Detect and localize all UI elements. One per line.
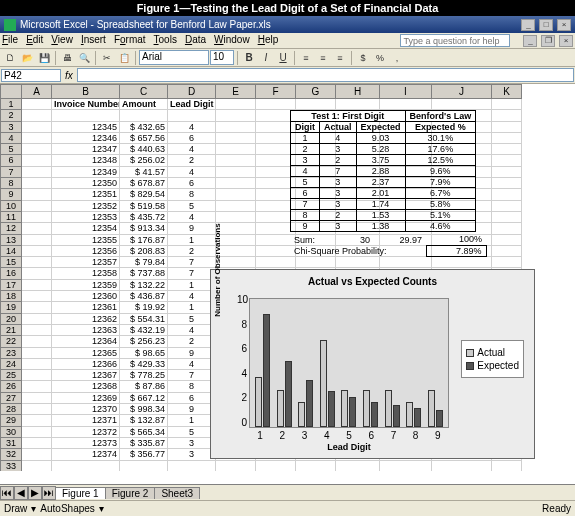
cell[interactable] — [22, 302, 52, 313]
cell[interactable] — [492, 155, 522, 166]
cell[interactable] — [216, 99, 256, 110]
cell[interactable]: $ 657.56 — [120, 133, 168, 144]
cell[interactable]: 4 — [168, 144, 216, 155]
menu-edit[interactable]: Edit — [26, 34, 43, 47]
close-button[interactable]: × — [557, 19, 571, 31]
cell[interactable]: 12369 — [52, 393, 120, 404]
cell[interactable] — [22, 167, 52, 178]
cell[interactable] — [168, 110, 216, 121]
cell[interactable] — [492, 223, 522, 234]
autoshapes-menu[interactable]: AutoShapes — [40, 503, 95, 514]
italic-icon[interactable]: I — [258, 50, 274, 66]
cell[interactable]: $ 565.34 — [120, 427, 168, 438]
menu-data[interactable]: Data — [185, 34, 206, 47]
menu-window[interactable]: Window — [214, 34, 250, 47]
copy-icon[interactable]: 📋 — [116, 50, 132, 66]
menu-insert[interactable]: Insert — [81, 34, 106, 47]
cell[interactable]: 12365 — [52, 348, 120, 359]
cell[interactable]: 12357 — [52, 257, 120, 268]
doc-close-button[interactable]: × — [559, 35, 573, 47]
cell[interactable] — [22, 99, 52, 110]
cell[interactable] — [380, 461, 432, 472]
col-header-J[interactable]: J — [432, 84, 492, 99]
cell[interactable]: 5 — [168, 201, 216, 212]
cell[interactable]: 12355 — [52, 235, 120, 246]
cell[interactable]: 6 — [168, 393, 216, 404]
row-header[interactable]: 12 — [0, 223, 22, 234]
cell[interactable] — [22, 438, 52, 449]
col-header-D[interactable]: D — [168, 84, 216, 99]
row-header[interactable]: 29 — [0, 415, 22, 426]
cell[interactable]: $ 829.54 — [120, 189, 168, 200]
cell[interactable] — [492, 167, 522, 178]
cell[interactable]: 7 — [168, 370, 216, 381]
cell[interactable] — [22, 257, 52, 268]
cell[interactable]: 2 — [168, 246, 216, 257]
cell[interactable] — [380, 99, 432, 110]
cell[interactable]: 2 — [168, 155, 216, 166]
cell[interactable] — [22, 348, 52, 359]
cell[interactable]: 12353 — [52, 212, 120, 223]
cell[interactable] — [22, 370, 52, 381]
cell[interactable]: 5 — [168, 314, 216, 325]
cell[interactable]: 12360 — [52, 291, 120, 302]
cell[interactable] — [296, 461, 336, 472]
cell[interactable] — [22, 449, 52, 460]
cell[interactable]: 9 — [168, 404, 216, 415]
font-size-select[interactable]: 10 — [210, 50, 234, 65]
doc-minimize-button[interactable]: _ — [523, 35, 537, 47]
row-header[interactable]: 16 — [0, 268, 22, 279]
tab-last-icon[interactable]: ⏭ — [42, 486, 56, 500]
cell[interactable] — [52, 110, 120, 121]
row-header[interactable]: 25 — [0, 370, 22, 381]
cell[interactable]: 12359 — [52, 280, 120, 291]
cell[interactable] — [22, 280, 52, 291]
row-header[interactable]: 6 — [0, 155, 22, 166]
cell[interactable]: $ 678.87 — [120, 178, 168, 189]
cell[interactable] — [256, 99, 296, 110]
cell[interactable]: 12363 — [52, 325, 120, 336]
menu-format[interactable]: Format — [114, 34, 146, 47]
cell[interactable] — [492, 110, 522, 121]
draw-menu[interactable]: Draw — [4, 503, 27, 514]
row-header[interactable]: 11 — [0, 212, 22, 223]
row-header[interactable]: 5 — [0, 144, 22, 155]
cell[interactable] — [22, 201, 52, 212]
cell[interactable]: 6 — [168, 178, 216, 189]
menu-help[interactable]: Help — [258, 34, 279, 47]
minimize-button[interactable]: _ — [521, 19, 535, 31]
cell[interactable] — [22, 144, 52, 155]
select-all-corner[interactable] — [0, 84, 22, 99]
cell[interactable] — [22, 359, 52, 370]
row-header[interactable]: 1 — [0, 99, 22, 110]
col-header-C[interactable]: C — [120, 84, 168, 99]
cell[interactable]: 12349 — [52, 167, 120, 178]
cell[interactable] — [22, 189, 52, 200]
row-header[interactable]: 19 — [0, 302, 22, 313]
cell[interactable] — [492, 246, 522, 257]
cell[interactable]: 3 — [168, 438, 216, 449]
cell[interactable] — [22, 291, 52, 302]
cell[interactable]: 12372 — [52, 427, 120, 438]
cell[interactable] — [22, 110, 52, 121]
cell[interactable]: 4 — [168, 122, 216, 133]
cell[interactable] — [22, 155, 52, 166]
cell[interactable]: $ 256.02 — [120, 155, 168, 166]
preview-icon[interactable]: 🔍 — [76, 50, 92, 66]
maximize-button[interactable]: □ — [539, 19, 553, 31]
cell[interactable] — [216, 155, 256, 166]
cell[interactable] — [256, 461, 296, 472]
cell[interactable] — [22, 393, 52, 404]
row-header[interactable]: 30 — [0, 427, 22, 438]
cell[interactable]: 8 — [168, 381, 216, 392]
cell[interactable] — [216, 167, 256, 178]
cell[interactable] — [492, 144, 522, 155]
cell[interactable]: $ 19.92 — [120, 302, 168, 313]
cell[interactable] — [168, 461, 216, 472]
cell[interactable] — [492, 122, 522, 133]
row-header[interactable]: 28 — [0, 404, 22, 415]
cell[interactable]: 1 — [168, 302, 216, 313]
menu-tools[interactable]: Tools — [154, 34, 177, 47]
cell[interactable]: 1 — [168, 235, 216, 246]
cell[interactable]: $ 913.34 — [120, 223, 168, 234]
